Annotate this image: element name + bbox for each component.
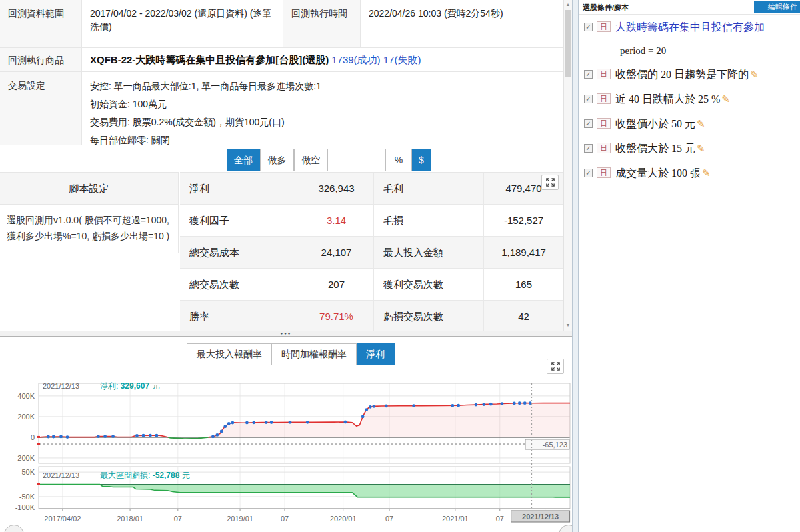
trade-marker — [59, 435, 63, 439]
cursor-date-label: 2021/12/13 — [43, 471, 79, 479]
trade-setting-line: 交易費用: 股票0.2%(成交金額)，期貨100元(口) — [90, 113, 555, 131]
trade-marker — [457, 404, 460, 407]
scroll-up-icon[interactable]: ▲ — [564, 0, 572, 9]
trade-marker — [103, 435, 107, 438]
expand-icon — [545, 177, 555, 187]
trade-marker — [482, 403, 485, 406]
condition-checkbox[interactable]: ✓ — [584, 70, 593, 79]
edit-pencil-icon[interactable]: ✎ — [721, 93, 730, 105]
tab-time-weighted-return[interactable]: 時間加權報酬率 — [272, 343, 357, 365]
x-tick-label: 07 — [174, 515, 182, 523]
stat-value: 1,189,417 — [483, 237, 563, 269]
trade-marker — [245, 421, 249, 425]
list-item: ✓日收盤價小於 50 元✎ — [579, 111, 800, 136]
y-tick-label: -200K — [15, 454, 35, 462]
trade-marker — [220, 430, 223, 433]
stat-label: 毛損 — [373, 205, 483, 237]
x-tick-label: 07 — [281, 515, 289, 523]
day-frequency-badge: 日 — [597, 167, 611, 178]
trade-setting-line: 初始資金: 100萬元 — [90, 95, 555, 113]
chart-tab-bar: 最大投入報酬率 時間加權報酬率 淨利 — [187, 343, 395, 365]
trade-marker — [66, 435, 69, 439]
filter-short-button[interactable]: 做空 — [294, 149, 328, 171]
cursor-value-label: 淨利: 329,607 元 — [100, 381, 159, 391]
performance-chart-panel[interactable]: 400K200K0-200K50K-50K-100K-65,1232021/12… — [0, 337, 572, 532]
condition-text[interactable]: 收盤價的 20 日趨勢是下降的 — [615, 69, 749, 80]
info-label-exec-time: 回測執行時間 — [283, 0, 360, 47]
condition-checkbox[interactable]: ✓ — [584, 23, 593, 31]
sidebar-splitter[interactable] — [572, 0, 579, 532]
edit-condition-button[interactable]: 編輯條件 — [754, 1, 800, 13]
info-row-trade-settings: 交易設定 安控: 單一商品最大部位:1, 單一商品每日最多進場次數:1 初始資金… — [0, 72, 563, 145]
stat-value: 42 — [483, 301, 563, 331]
info-value-product: XQFB-22-大跌時籌碼在集中且投信有參加[台股](選股) 1739(成功) … — [81, 48, 563, 71]
stat-value: -152,527 — [483, 205, 563, 237]
performance-chart[interactable]: 400K200K0-200K50K-50K-100K-65,1232021/12… — [0, 337, 572, 532]
expand-chart-button[interactable] — [547, 359, 564, 374]
x-tick-label: 2018/01 — [117, 515, 143, 523]
unit-dollar-button[interactable]: $ — [412, 149, 431, 171]
stat-label: 獲利因子 — [180, 205, 299, 237]
stat-value: 207 — [299, 269, 373, 301]
script-settings-panel: 腳本設定 選股回測用v1.0.0( 股價不可超過=1000, 獲利多少出場%=1… — [0, 172, 179, 253]
condition-checkbox[interactable]: ✓ — [584, 144, 593, 153]
x-tick-label: 2019/01 — [227, 515, 253, 523]
tab-net-profit[interactable]: 淨利 — [357, 343, 395, 365]
list-item: ✓日大跌時籌碼在集中且投信有參加 — [579, 15, 800, 39]
scrollbar-thumb[interactable] — [565, 10, 571, 77]
condition-text[interactable]: 收盤價大於 15 元 — [615, 143, 695, 154]
list-item: ✓日收盤價大於 15 元✎ — [579, 136, 800, 161]
stat-label: 最大投入金額 — [373, 237, 483, 269]
y-tick-label: -50K — [19, 493, 35, 501]
filter-long-button[interactable]: 做多 — [260, 149, 294, 171]
trade-marker — [412, 404, 415, 407]
y-tick-label: 0 — [31, 433, 35, 441]
edit-pencil-icon[interactable]: ✎ — [697, 118, 705, 129]
stat-label: 虧損交易次數 — [373, 301, 483, 331]
trade-marker — [270, 421, 273, 424]
trade-marker — [475, 403, 478, 407]
trade-marker — [211, 435, 215, 439]
condition-text[interactable]: 成交量大於 100 張 — [615, 167, 701, 179]
trade-marker — [369, 405, 372, 409]
day-frequency-badge: 日 — [597, 21, 611, 32]
performance-stats-table: 淨利 326,943 毛利 479,470 獲利因子 3.14 毛損 -152,… — [180, 172, 563, 331]
x-tick-label: 07 — [385, 515, 393, 523]
trade-marker — [501, 402, 504, 405]
trade-marker — [215, 433, 219, 437]
day-frequency-badge: 日 — [597, 93, 611, 104]
unit-percent-button[interactable]: % — [385, 149, 412, 171]
trade-marker — [47, 435, 50, 439]
tab-max-invest-return[interactable]: 最大投入報酬率 — [187, 343, 272, 365]
info-value-data-range: 2017/04/02 - 2022/03/02 (還原日資料) (逐筆洗價) — [81, 0, 283, 47]
condition-text[interactable]: 收盤價小於 50 元 — [615, 118, 695, 129]
edit-pencil-icon[interactable]: ✎ — [750, 69, 759, 80]
edit-pencil-icon[interactable]: ✎ — [702, 167, 711, 179]
scroll-down-icon[interactable]: ▼ — [564, 321, 572, 330]
filter-all-button[interactable]: 全部 — [227, 149, 260, 171]
table-row: 勝率 79.71% 虧損交易次數 42 — [180, 301, 563, 331]
trade-marker — [306, 421, 309, 424]
y-tick-label: 50K — [21, 468, 35, 476]
y-tick-label: 200K — [17, 413, 35, 421]
info-row-range: 回測資料範圍 2017/04/02 - 2022/03/02 (還原日資料) (… — [0, 0, 563, 48]
list-item: ✓日成交量大於 100 張✎ — [579, 161, 800, 185]
trade-marker — [523, 401, 527, 405]
product-result-link[interactable]: 1739(成功) 17(失敗) — [331, 54, 421, 65]
panel-splitter-handle[interactable]: ●●● — [0, 331, 572, 337]
expand-stats-button[interactable] — [541, 175, 559, 190]
condition-text[interactable]: 近 40 日跌幅大於 25 % — [615, 93, 720, 105]
list-item: ✓日收盤價的 20 日趨勢是下降的✎ — [579, 62, 800, 87]
edit-pencil-icon[interactable]: ✎ — [697, 143, 705, 154]
condition-text[interactable]: 大跌時籌碼在集中且投信有參加 — [615, 21, 765, 33]
condition-checkbox[interactable]: ✓ — [584, 169, 593, 177]
stock-condition-sidebar: 選股條件/腳本 編輯條件 ✓日大跌時籌碼在集中且投信有參加 period = 2… — [579, 0, 800, 532]
results-scrollbar[interactable]: ▲ ▼ — [563, 0, 572, 331]
cursor-tooltip-label: 2021/12/13 — [522, 513, 559, 521]
trade-setting-line: 每日部位歸零: 關閉 — [90, 131, 555, 149]
condition-checkbox[interactable]: ✓ — [584, 95, 593, 103]
table-row: 淨利 326,943 毛利 479,470 — [180, 173, 563, 205]
stat-label: 獲利交易次數 — [373, 269, 483, 301]
condition-checkbox[interactable]: ✓ — [584, 119, 593, 128]
series-start-marker — [37, 443, 40, 445]
